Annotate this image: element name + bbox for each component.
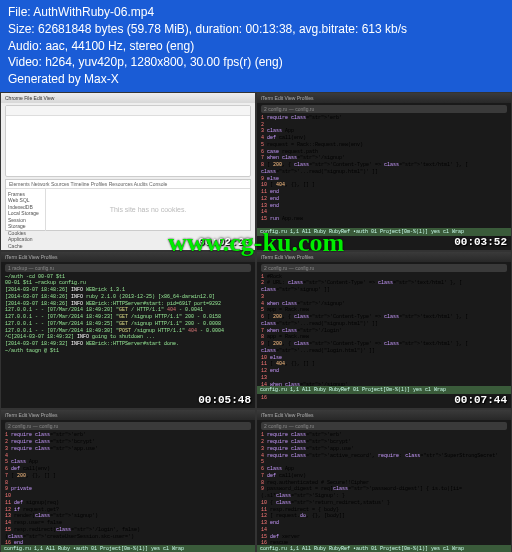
generated-by: Max-X xyxy=(84,72,119,86)
code-editor: 1 require class="str">'erb' 2 require cl… xyxy=(257,430,511,552)
thumb-1: Chrome File Edit View Elements Network S… xyxy=(0,92,256,251)
video-label: Video: xyxy=(8,55,42,69)
timestamp: 00:05:48 xyxy=(198,394,251,406)
mac-menubar: Chrome File Edit View xyxy=(1,93,255,103)
window-title: 2 config.ru — config.ru xyxy=(5,422,251,430)
devtools-message: This site has no cookies. xyxy=(46,189,250,231)
timestamp: 00:02:29 xyxy=(198,236,251,248)
thumb-3: iTerm Edit View Profiles 1 rackup — conf… xyxy=(0,251,256,410)
window-title: 2 config.ru — config.ru xyxy=(261,422,507,430)
size-mib: (59.78 MiB) xyxy=(127,22,189,36)
timestamp: 00:03:52 xyxy=(454,236,507,248)
thumb-2: iTerm Edit View Profiles 2 config.ru — c… xyxy=(256,92,512,251)
avgbitrate: 613 kb/s xyxy=(362,22,407,36)
devtools-tabs: Elements Network Sources Timeline Profil… xyxy=(6,180,250,189)
size-bytes: 62681848 bytes xyxy=(38,22,123,36)
window-title: 2 config.ru — config.ru xyxy=(261,105,507,113)
devtools: Elements Network Sources Timeline Profil… xyxy=(5,179,251,231)
mac-menubar: iTerm Edit View Profiles xyxy=(257,252,511,262)
avgbitrate-label: avg.bitrate: xyxy=(299,22,358,36)
duration: 00:13:38 xyxy=(246,22,293,36)
size-label: Size: xyxy=(8,22,35,36)
timestamp: 00:07:44 xyxy=(454,394,507,406)
audio-value: aac, 44100 Hz, stereo (eng) xyxy=(45,39,194,53)
mac-menubar: iTerm Edit View Profiles xyxy=(1,410,255,420)
browser-body xyxy=(6,116,250,132)
code-editor: 1 require class="str">'erb' 2 3 class Ap… xyxy=(257,113,511,225)
code-editor: 1 #Rock 2 # URL: class="str">'Content-Ty… xyxy=(257,272,511,404)
audio-label: Audio: xyxy=(8,39,42,53)
vim-status: config.ru 1,1 All Ruby RubyRef •auth 01 … xyxy=(257,545,511,552)
file-label: File: xyxy=(8,5,31,19)
vim-status: config.ru 1,1 All Ruby RubyRef •auth 01 … xyxy=(257,228,511,236)
terminal: ~/auth -cd 00-07 $t100-01 $t1 ~rackup co… xyxy=(1,272,255,357)
thumb-4: iTerm Edit View Profiles 2 config.ru — c… xyxy=(256,251,512,410)
thumb-5: iTerm Edit View Profiles 2 config.ru — c… xyxy=(0,409,256,552)
file-info-header: File: AuthWithRuby-06.mp4 Size: 62681848… xyxy=(0,0,512,92)
window-title: 1 rackup — config.ru xyxy=(5,264,251,272)
generated-label: Generated by xyxy=(8,72,81,86)
code-editor: 1 require class="str">'erb' 2 require cl… xyxy=(1,430,255,552)
browser-tabs xyxy=(6,106,250,116)
thumb-6: iTerm Edit View Profiles 2 config.ru — c… xyxy=(256,409,512,552)
file-name: AuthWithRuby-06.mp4 xyxy=(33,5,154,19)
window-title: 2 config.ru — config.ru xyxy=(261,264,507,272)
mac-menubar: iTerm Edit View Profiles xyxy=(1,252,255,262)
vim-status: config.ru 1,1 All Ruby •auth 01 Project[… xyxy=(1,545,255,552)
devtools-sidebar: FramesWeb SQLIndexedDBLocal StorageSessi… xyxy=(6,189,46,231)
video-value: h264, yuv420p, 1280x800, 30.00 fps(r) (e… xyxy=(45,55,283,69)
duration-label: duration: xyxy=(195,22,242,36)
mac-menubar: iTerm Edit View Profiles xyxy=(257,93,511,103)
thumbnail-grid: Chrome File Edit View Elements Network S… xyxy=(0,92,512,552)
browser-window xyxy=(5,105,251,177)
mac-menubar: iTerm Edit View Profiles xyxy=(257,410,511,420)
